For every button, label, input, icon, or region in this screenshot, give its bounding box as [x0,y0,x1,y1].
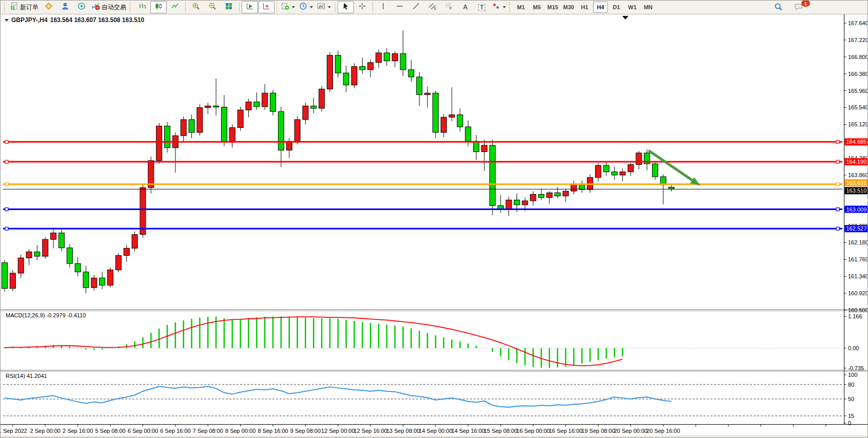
rsi-tick-label: 0 [848,420,851,426]
candle-body [319,89,325,108]
line-handle[interactable] [5,140,8,143]
tile-windows-button[interactable] [221,1,237,13]
timeframe-button-M5[interactable]: M5 [529,2,544,13]
main-toolbar: 新订单 自动交易 [1,1,868,14]
candle-body [43,239,48,256]
chat-button[interactable]: 1 [791,2,807,14]
candle-body [132,235,137,249]
templates-button[interactable] [315,1,333,13]
candle-body [221,107,227,142]
line-handle[interactable] [836,140,839,143]
timeframe-button-D1[interactable]: D1 [609,2,624,13]
time-tick-label: 6 Sep 00:00 [128,428,158,434]
time-tick-label: 16 Sep 00:00 [517,428,550,434]
candle-body [636,153,642,165]
text-tool-button[interactable]: A [457,1,474,13]
chart-shift-icon [262,2,270,12]
symbol-dropdown-icon[interactable] [5,19,9,22]
macd-tick-label: 1.166 [848,313,862,319]
line-handle[interactable] [5,160,8,163]
candle-body [229,128,235,142]
time-tick-label: 16 Sep 16:00 [549,428,582,434]
alerts-button[interactable] [73,1,90,13]
caret-down-icon [503,6,506,8]
chart-canvas[interactable]: MACD(12,26,9) -0.2979 -0.4110RSI(14) 41.… [1,14,868,438]
line-handle[interactable] [5,183,8,186]
toolbar-grip[interactable] [130,2,132,12]
line-handle[interactable] [836,160,839,163]
toolbar-grip[interactable] [509,2,512,12]
candle-body [408,70,414,77]
line-handle[interactable] [836,227,839,230]
bar-chart-type-button[interactable] [134,1,150,13]
candle-body [376,53,382,63]
candle-body [530,195,536,201]
candle-body [474,141,479,151]
candle-body [620,172,625,175]
candle-body [425,93,430,94]
cursor-button[interactable] [338,1,354,13]
price-tick-label: 166.380 [848,71,868,77]
profiles-button[interactable] [57,1,73,13]
terminal-window: 新订单 自动交易 [0,0,868,438]
candle-body [457,115,463,127]
timeframe-button-MN[interactable]: MN [641,2,656,13]
price-tick-label: 161.340 [848,273,868,279]
candle-body [449,115,455,118]
zoom-in-button[interactable] [188,1,204,13]
market-watch-button[interactable] [41,1,57,13]
candle-body [465,127,471,141]
candle-body [555,193,560,196]
candlestick-chart-type-button[interactable] [150,1,167,13]
channel-tool-button[interactable]: E [424,1,441,13]
timeframe-button-M15[interactable]: M15 [545,2,560,13]
candle-body [181,120,186,136]
time-tick-label: 8 Sep 00:00 [225,428,255,434]
new-chart-button[interactable] [279,1,297,13]
auto-trading-button[interactable]: 自动交易 [90,1,128,13]
arrow-shapes-icon [492,2,500,12]
vertical-line-tool-button[interactable] [375,1,391,13]
chart-title[interactable]: GBPJPY-,H4 163.564 163.607 163.508 163.5… [5,16,144,24]
timeframe-button-M1[interactable]: M1 [514,2,528,13]
price-tick-label: 162.180 [848,239,868,245]
arrows-tool-button[interactable] [490,1,508,13]
candle-body [26,252,32,258]
crosshair-button[interactable] [354,1,370,13]
auto-scroll-button[interactable] [242,1,258,13]
new-order-button[interactable]: 新订单 [8,1,41,13]
price-tick-label: 166.800 [848,54,868,60]
template-icon [317,2,325,12]
candle-body [343,73,349,85]
timeframe-button-M30[interactable]: M30 [561,2,576,13]
chart-symbol-label: GBPJPY-,H4 [11,16,48,24]
candle-body [433,93,439,132]
new-order-label: 新订单 [20,3,38,12]
search-button[interactable] [770,2,786,14]
trendline-tool-button[interactable] [408,1,424,13]
timeframe-button-W1[interactable]: W1 [625,2,640,13]
timeframe-button-H4[interactable]: H4 [593,2,608,13]
line-handle[interactable] [5,227,8,230]
toolbar-grip[interactable] [4,2,7,12]
line-handle[interactable] [836,183,839,186]
fibonacci-tool-button[interactable]: F [441,1,457,13]
time-tick-label: 8 Sep 16:00 [258,428,288,434]
candle-body [490,145,496,205]
toolbar-separator [185,2,186,12]
line-chart-type-button[interactable] [167,1,183,13]
periods-button[interactable] [297,1,315,13]
horizontal-line-tool-button[interactable] [391,1,408,13]
line-handle[interactable] [836,208,839,211]
zoom-out-button[interactable] [204,1,221,13]
price-badge-text: 164.685 [846,139,867,145]
label-tool-button[interactable]: T [474,1,490,13]
candle-body [156,126,162,160]
rsi-label: RSI(14) 41.2041 [6,373,47,379]
chart-shift-button[interactable] [258,1,274,13]
candle-body [278,111,284,150]
timeframe-button-H1[interactable]: H1 [577,2,592,13]
candle-body [189,120,194,132]
candle-body [360,67,365,70]
line-handle[interactable] [5,208,8,211]
